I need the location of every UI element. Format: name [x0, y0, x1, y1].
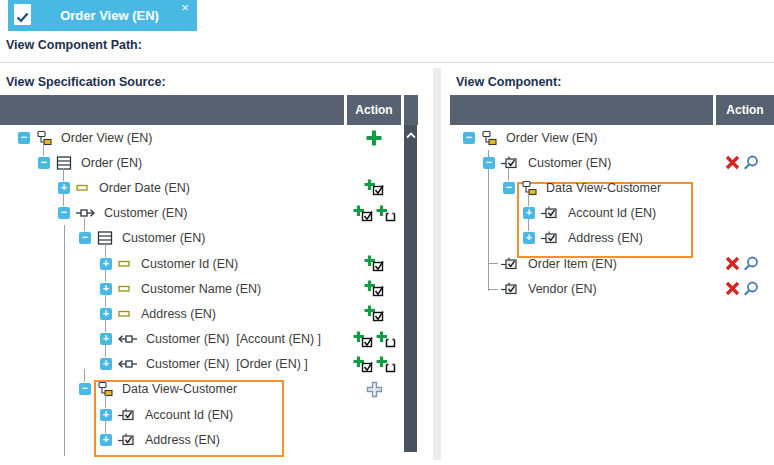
collapse-minus-icon[interactable]: −	[18, 132, 30, 144]
attribute-icon	[76, 180, 90, 196]
view-attribute-icon	[501, 257, 519, 271]
close-icon[interactable]: ×	[179, 2, 191, 14]
expand-plus-icon[interactable]: +	[100, 409, 112, 421]
tree-row[interactable]: +Address (EN)	[0, 427, 418, 452]
left-table-header: Action	[0, 95, 418, 125]
search-action-icon[interactable]	[743, 155, 759, 171]
action-cell	[347, 201, 401, 226]
add-check-action-icon[interactable]	[364, 179, 384, 196]
tree-row-label: Account Id (EN)	[145, 408, 233, 422]
tree-row[interactable]: −Order View (EN)	[450, 125, 774, 150]
collapse-minus-icon[interactable]: −	[79, 232, 91, 244]
collapse-minus-icon[interactable]: −	[483, 157, 495, 169]
search-action-icon[interactable]	[743, 256, 759, 272]
tree-row[interactable]: +Customer (EN) [Order (EN) ]	[0, 352, 418, 377]
tree-row-label: Order Date (EN)	[99, 181, 190, 195]
expand-plus-icon[interactable]: +	[100, 358, 112, 370]
tab-title: Order View (EN)	[8, 0, 197, 31]
delete-action-icon[interactable]	[725, 281, 740, 296]
add-check-action-icon[interactable]	[353, 205, 373, 222]
collapse-minus-icon[interactable]: −	[79, 383, 91, 395]
expand-plus-icon[interactable]: +	[100, 283, 112, 295]
view-component-panel: View Component: Action −Order View (EN)−…	[450, 70, 774, 460]
panel-divider	[433, 68, 441, 460]
expand-plus-icon[interactable]: +	[100, 308, 112, 320]
tree-row[interactable]: −Customer (EN)	[0, 201, 418, 226]
tree-row[interactable]: Order Item (EN)	[450, 251, 774, 276]
tree-row[interactable]: −Data View-Customer	[0, 377, 418, 402]
add-check-action-icon[interactable]	[364, 280, 384, 297]
add-check-action-icon[interactable]	[364, 305, 384, 322]
reverse-relationship-icon	[118, 358, 137, 370]
tree-row[interactable]: +Customer (EN) [Account (EN) ]	[0, 327, 418, 352]
view-specification-source-panel: View Specification Source: Action −Order…	[0, 70, 418, 460]
right-table-header: Action	[450, 95, 774, 125]
action-cell	[347, 327, 401, 352]
tree-row[interactable]: +Account Id (EN)	[0, 402, 418, 427]
add-disabled-action-icon[interactable]	[366, 381, 383, 398]
horizontal-divider	[0, 62, 774, 63]
expand-plus-icon[interactable]: +	[100, 258, 112, 270]
delete-action-icon[interactable]	[725, 155, 740, 170]
tree-row-label: Data View-Customer	[546, 181, 661, 195]
scroll-up-icon	[406, 132, 416, 139]
tree-row[interactable]: +Customer Name (EN)	[0, 276, 418, 301]
tree-row-label: Customer (EN)	[122, 231, 205, 245]
tree-row[interactable]: +Address (EN)	[450, 226, 774, 251]
tree-row[interactable]: −Order View (EN)	[0, 125, 418, 150]
view-node-icon	[481, 130, 497, 146]
tree-row-label: Order Item (EN)	[528, 257, 617, 271]
view-node-icon	[521, 180, 537, 196]
tree-row-label: Order (EN)	[81, 156, 142, 170]
tree-row-label: Account Id (EN)	[568, 206, 656, 220]
expand-plus-icon[interactable]: +	[58, 182, 70, 194]
action-cell	[347, 301, 401, 326]
relationship-icon	[76, 207, 95, 219]
collapse-minus-icon[interactable]: −	[503, 182, 515, 194]
reverse-relationship-icon	[118, 333, 137, 345]
add-container-action-icon[interactable]	[376, 205, 396, 222]
view-attribute-icon	[501, 282, 519, 296]
tree-row-label: Order View (EN)	[61, 131, 152, 145]
expand-plus-icon[interactable]: +	[100, 434, 112, 446]
expand-plus-icon[interactable]: +	[100, 333, 112, 345]
collapse-minus-icon[interactable]: −	[463, 132, 475, 144]
right-header-main	[450, 95, 713, 125]
tree-row[interactable]: Vendor (EN)	[450, 276, 774, 301]
collapse-minus-icon[interactable]: −	[38, 157, 50, 169]
add-container-action-icon[interactable]	[376, 356, 396, 373]
add-check-action-icon[interactable]	[364, 255, 384, 272]
view-attribute-icon	[541, 231, 559, 245]
action-cell	[713, 251, 771, 276]
tree-row[interactable]: −Customer (EN)	[450, 150, 774, 175]
tree-row[interactable]: −Customer (EN)	[0, 226, 418, 251]
tree-row-label: Customer (EN) [Account (EN) ]	[146, 332, 321, 346]
action-cell	[347, 175, 401, 200]
vertical-scrollbar[interactable]	[404, 125, 417, 452]
tree-row[interactable]: +Account Id (EN)	[450, 201, 774, 226]
tree-row[interactable]: −Data View-Customer	[450, 175, 774, 200]
add-action-icon[interactable]	[365, 129, 383, 147]
tree-row-label: Customer (EN) [Order (EN) ]	[146, 357, 308, 371]
tab-order-view[interactable]: Order View (EN) ×	[8, 0, 197, 31]
right-action-column-header: Action	[716, 95, 774, 125]
add-container-action-icon[interactable]	[376, 331, 396, 348]
delete-action-icon[interactable]	[725, 256, 740, 271]
action-cell	[347, 251, 401, 276]
tree-row-label: Order View (EN)	[506, 131, 597, 145]
tree-row-label: Address (EN)	[145, 433, 220, 447]
expand-plus-icon[interactable]: +	[523, 207, 535, 219]
expand-plus-icon[interactable]: +	[523, 232, 535, 244]
tree-row-label: Address (EN)	[568, 231, 643, 245]
attribute-icon	[118, 306, 132, 322]
action-cell	[347, 352, 401, 377]
tree-row[interactable]: +Address (EN)	[0, 301, 418, 326]
collapse-minus-icon[interactable]: −	[58, 207, 70, 219]
tree-row[interactable]: +Customer Id (EN)	[0, 251, 418, 276]
action-cell	[713, 276, 771, 301]
add-check-action-icon[interactable]	[353, 331, 373, 348]
view-component-label: View Component:	[456, 75, 561, 89]
search-action-icon[interactable]	[743, 281, 759, 297]
tree-row-label: Customer Id (EN)	[141, 257, 238, 271]
add-check-action-icon[interactable]	[353, 356, 373, 373]
